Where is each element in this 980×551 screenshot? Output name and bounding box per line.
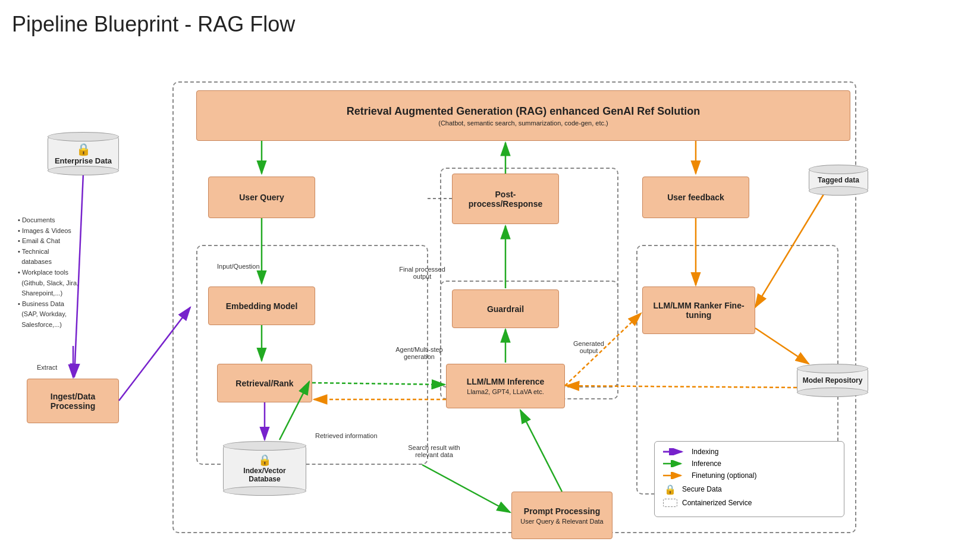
tagged-data-cylinder: Tagged data: [809, 165, 868, 196]
index-vector-cylinder: 🔒 Index/Vector Database: [223, 441, 306, 496]
legend-secure-data: 🔒 Secure Data: [663, 483, 835, 495]
legend-containerized: Containerized Service: [663, 499, 835, 507]
enterprise-data-list: • Documents • Images & Videos • Email & …: [18, 215, 78, 330]
retrieval-rank-box: Retrieval/Rank: [217, 364, 312, 402]
legend: Indexing Inference: [654, 441, 844, 517]
llm-inference-box: LLM/LMM Inference Llama2, GPT4, LLaVA et…: [446, 364, 565, 408]
diagram-container: Retrieval Augmented Generation (RAG) enh…: [12, 49, 951, 548]
legend-indexing: Indexing: [663, 448, 835, 456]
prompt-processing-box: Prompt Processing User Query & Relevant …: [511, 492, 612, 539]
ingest-data-box: Ingest/Data Processing: [27, 379, 119, 423]
embedding-retrieval-container: [196, 245, 428, 465]
model-repo-cylinder: Model Repository: [797, 364, 868, 397]
guardrail-box: Guardrail: [452, 289, 559, 328]
post-process-box: Post-process/Response: [452, 174, 559, 224]
rag-title-box: Retrieval Augmented Generation (RAG) enh…: [196, 90, 850, 141]
llm-ranker-box: LLM/LMM Ranker Fine-tuning: [642, 286, 755, 334]
page-title: Pipeline Blueprint - RAG Flow: [12, 12, 968, 37]
legend-finetuning: Finetuning (optional): [663, 471, 835, 480]
user-query-box: User Query: [208, 177, 315, 218]
enterprise-data-cylinder: 🔒 Enterprise Data: [48, 132, 119, 175]
embedding-model-box: Embedding Model: [208, 286, 315, 325]
legend-inference: Inference: [663, 459, 835, 468]
user-feedback-box: User feedback: [642, 177, 749, 218]
extract-label: Extract: [37, 364, 57, 371]
